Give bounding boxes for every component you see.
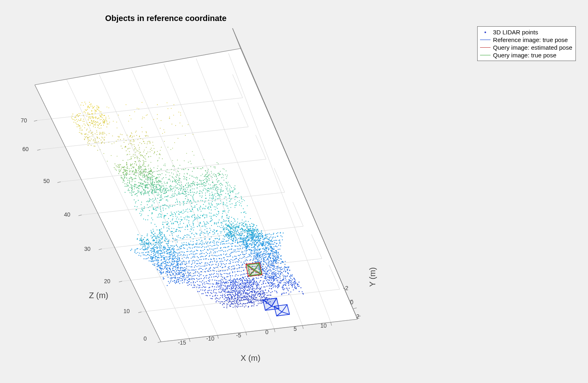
svg-point-2779 xyxy=(252,230,252,231)
svg-point-3421 xyxy=(168,223,169,223)
svg-point-2848 xyxy=(151,248,152,249)
svg-point-3798 xyxy=(181,217,182,217)
svg-point-2738 xyxy=(235,237,236,238)
svg-point-3046 xyxy=(157,240,157,241)
svg-point-2092 xyxy=(257,261,258,261)
svg-point-4019 xyxy=(165,215,166,216)
svg-point-4129 xyxy=(170,197,171,198)
svg-point-3099 xyxy=(171,280,171,280)
svg-point-2857 xyxy=(157,246,157,247)
svg-point-1862 xyxy=(240,303,241,303)
svg-point-2388 xyxy=(262,235,263,236)
svg-point-1555 xyxy=(226,300,227,301)
svg-point-5424 xyxy=(203,159,204,160)
svg-point-5263 xyxy=(144,158,145,159)
svg-point-2165 xyxy=(283,289,284,290)
svg-point-4187 xyxy=(176,187,177,188)
svg-point-3665 xyxy=(206,214,207,215)
svg-point-2523 xyxy=(260,261,261,262)
svg-point-2741 xyxy=(245,241,246,242)
svg-point-231 xyxy=(203,293,203,294)
svg-point-2347 xyxy=(294,287,295,288)
svg-point-1019 xyxy=(233,252,233,253)
svg-point-4671 xyxy=(167,169,167,170)
svg-point-2858 xyxy=(165,260,166,261)
svg-point-2187 xyxy=(256,254,256,255)
svg-point-2838 xyxy=(161,238,161,239)
svg-point-5184 xyxy=(82,102,82,103)
svg-point-5322 xyxy=(137,151,137,152)
svg-point-1178 xyxy=(214,248,214,249)
svg-point-2120 xyxy=(283,271,284,272)
svg-point-5348 xyxy=(118,136,118,137)
svg-point-4512 xyxy=(152,175,153,176)
svg-point-4718 xyxy=(177,174,178,175)
svg-point-3307 xyxy=(190,195,191,196)
svg-point-3828 xyxy=(197,240,197,241)
svg-point-3020 xyxy=(170,265,171,266)
svg-point-3652 xyxy=(229,198,230,198)
svg-point-4312 xyxy=(149,184,150,185)
svg-point-3471 xyxy=(223,190,224,191)
svg-point-3465 xyxy=(194,188,195,189)
svg-point-5380 xyxy=(127,149,128,149)
svg-point-1220 xyxy=(134,252,135,253)
svg-point-1596 xyxy=(244,282,245,283)
svg-point-4147 xyxy=(194,192,195,193)
svg-point-5172 xyxy=(92,114,93,115)
svg-point-1938 xyxy=(277,267,277,267)
svg-point-3548 xyxy=(169,235,170,236)
svg-point-1015 xyxy=(226,254,227,255)
svg-point-4452 xyxy=(141,192,142,193)
svg-point-4923 xyxy=(208,175,209,176)
svg-point-2407 xyxy=(264,245,265,246)
svg-point-3123 xyxy=(168,240,169,241)
svg-point-4554 xyxy=(122,177,123,178)
svg-point-5161 xyxy=(91,116,92,117)
svg-point-3385 xyxy=(209,203,209,204)
svg-point-2211 xyxy=(266,237,267,238)
svg-point-677 xyxy=(171,271,172,272)
svg-point-2823 xyxy=(156,236,157,237)
svg-point-3625 xyxy=(158,195,159,196)
svg-point-4875 xyxy=(226,177,227,177)
svg-point-2711 xyxy=(237,226,238,227)
svg-point-3993 xyxy=(205,217,205,218)
svg-point-3544 xyxy=(201,231,202,232)
svg-point-3232 xyxy=(174,271,175,272)
svg-point-1176 xyxy=(212,249,212,250)
svg-point-2290 xyxy=(267,279,268,280)
svg-point-3594 xyxy=(202,196,203,196)
svg-point-4802 xyxy=(180,165,180,166)
svg-point-4952 xyxy=(218,198,219,199)
svg-point-2949 xyxy=(176,273,177,274)
svg-point-124 xyxy=(234,300,235,301)
svg-point-225 xyxy=(265,289,266,290)
svg-point-3549 xyxy=(208,175,209,175)
svg-point-4087 xyxy=(184,201,184,202)
svg-line-33 xyxy=(158,342,161,343)
svg-point-113 xyxy=(216,301,216,302)
svg-point-3391 xyxy=(212,192,212,193)
svg-point-2617 xyxy=(228,234,228,234)
svg-point-5160 xyxy=(92,113,93,114)
svg-point-687 xyxy=(188,269,188,270)
svg-point-4225 xyxy=(125,183,125,184)
svg-point-323 xyxy=(192,287,193,288)
svg-point-4107 xyxy=(211,195,212,196)
svg-point-437 xyxy=(199,281,200,282)
svg-point-2912 xyxy=(173,252,173,253)
svg-point-3942 xyxy=(206,224,207,225)
svg-point-3780 xyxy=(200,206,201,207)
svg-point-3850 xyxy=(226,235,227,236)
svg-point-3627 xyxy=(185,191,186,192)
svg-point-2597 xyxy=(257,230,258,231)
svg-point-5202 xyxy=(95,125,96,126)
svg-point-2456 xyxy=(286,267,287,268)
svg-point-4684 xyxy=(195,182,195,183)
svg-point-1109 xyxy=(243,247,243,248)
svg-point-50 xyxy=(224,307,224,308)
svg-point-5368 xyxy=(140,154,141,155)
svg-point-5409 xyxy=(177,160,178,160)
svg-point-4658 xyxy=(170,186,171,187)
